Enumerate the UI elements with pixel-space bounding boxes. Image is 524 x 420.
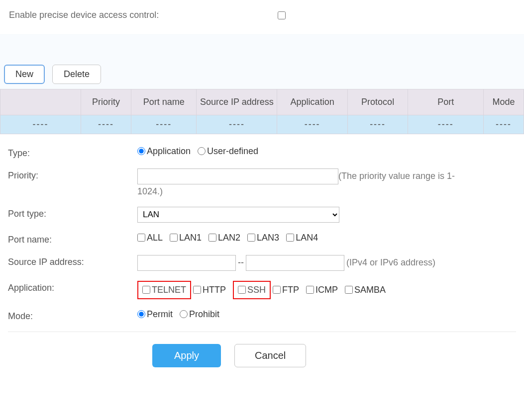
table-row-empty: ---- ---- ---- ---- ---- ---- ---- ---- — [0, 115, 524, 134]
app-http-text: HTTP — [203, 285, 226, 295]
col-port: Port — [408, 89, 484, 115]
cell-empty: ---- — [81, 115, 131, 134]
portname-label: Port name: — [8, 233, 137, 245]
app-ssh-checkbox[interactable] — [238, 286, 246, 294]
type-application-radio[interactable] — [137, 147, 145, 155]
col-protocol: Protocol — [347, 89, 408, 115]
portname-lan4-checkbox[interactable] — [286, 234, 294, 242]
app-telnet-checkbox[interactable] — [142, 286, 150, 294]
priority-input[interactable] — [137, 168, 338, 184]
highlight-telnet: TELNET — [137, 281, 191, 299]
type-userdefined-radio[interactable] — [198, 147, 206, 155]
mode-label: Mode: — [8, 309, 137, 322]
highlight-ssh: SSH — [233, 281, 271, 299]
type-label: Type: — [8, 146, 137, 159]
table-header-row: Priority Port name Source IP address App… — [0, 89, 524, 115]
cell-empty: ---- — [408, 115, 484, 134]
col-port-name: Port name — [131, 89, 197, 115]
app-samba-text: SAMBA — [354, 285, 386, 295]
app-http-checkbox[interactable] — [193, 286, 201, 294]
mode-permit-radio[interactable] — [137, 310, 145, 318]
app-icmp-checkbox[interactable] — [306, 286, 314, 294]
enable-precise-checkbox[interactable] — [278, 11, 286, 19]
portname-lan3-text: LAN3 — [257, 233, 279, 243]
delete-button[interactable]: Delete — [52, 65, 101, 84]
portname-all-checkbox[interactable] — [137, 234, 145, 242]
mode-prohibit-text: Prohibit — [189, 309, 219, 320]
divider — [8, 332, 516, 332]
cell-empty: ---- — [197, 115, 277, 134]
sourceip-label: Source IP address: — [8, 255, 137, 267]
porttype-select[interactable]: LAN — [137, 207, 339, 223]
portname-lan1-checkbox[interactable] — [170, 234, 178, 242]
type-userdefined-text: User-defined — [207, 146, 258, 157]
spacer — [0, 35, 524, 65]
portname-lan2-text: LAN2 — [218, 233, 240, 243]
sourceip-hint: (IPv4 or IPv6 address) — [346, 257, 435, 268]
app-ftp-text: FTP — [282, 285, 299, 295]
portname-lan1-text: LAN1 — [179, 233, 202, 243]
portname-lan2-checkbox[interactable] — [209, 234, 216, 242]
application-label: Application: — [8, 281, 137, 293]
col-blank — [0, 89, 81, 115]
mode-permit-text: Permit — [147, 309, 173, 320]
col-priority: Priority — [81, 89, 131, 115]
app-icmp-text: ICMP — [315, 285, 338, 295]
toolbar: New Delete — [0, 65, 524, 89]
enable-precise-label: Enable precise device access control: — [9, 10, 278, 20]
app-telnet-text: TELNET — [152, 285, 186, 295]
sourceip-to-input[interactable] — [246, 255, 344, 271]
form-area: Type: Application User-defined Priority:… — [0, 134, 524, 372]
priority-hint-a: (The priority value range is 1- — [338, 171, 455, 181]
actions-row: Apply Cancel — [8, 344, 516, 367]
rules-table: Priority Port name Source IP address App… — [0, 89, 524, 134]
sourceip-from-input[interactable] — [137, 255, 236, 271]
new-button[interactable]: New — [4, 65, 45, 84]
sourceip-separator: -- — [238, 257, 244, 268]
cell-empty: ---- — [0, 115, 81, 134]
app-ftp-checkbox[interactable] — [273, 286, 281, 294]
portname-lan3-checkbox[interactable] — [247, 234, 255, 242]
portname-all-text: ALL — [147, 233, 163, 243]
col-application: Application — [277, 89, 348, 115]
cancel-button[interactable]: Cancel — [234, 344, 306, 367]
app-samba-checkbox[interactable] — [345, 286, 353, 294]
col-mode: Mode — [484, 89, 524, 115]
app-ssh-text: SSH — [247, 285, 266, 295]
col-source-ip: Source IP address — [197, 89, 277, 115]
portname-lan4-text: LAN4 — [296, 233, 318, 243]
cell-empty: ---- — [277, 115, 348, 134]
porttype-label: Port type: — [8, 207, 137, 219]
priority-hint-b: 1024.) — [137, 186, 516, 197]
enable-panel: Enable precise device access control: — [0, 0, 524, 35]
priority-label: Priority: — [8, 168, 137, 181]
cell-empty: ---- — [347, 115, 408, 134]
type-application-text: Application — [147, 146, 191, 157]
mode-prohibit-radio[interactable] — [180, 310, 188, 318]
apply-button[interactable]: Apply — [152, 344, 221, 367]
cell-empty: ---- — [131, 115, 197, 134]
cell-empty: ---- — [484, 115, 524, 134]
